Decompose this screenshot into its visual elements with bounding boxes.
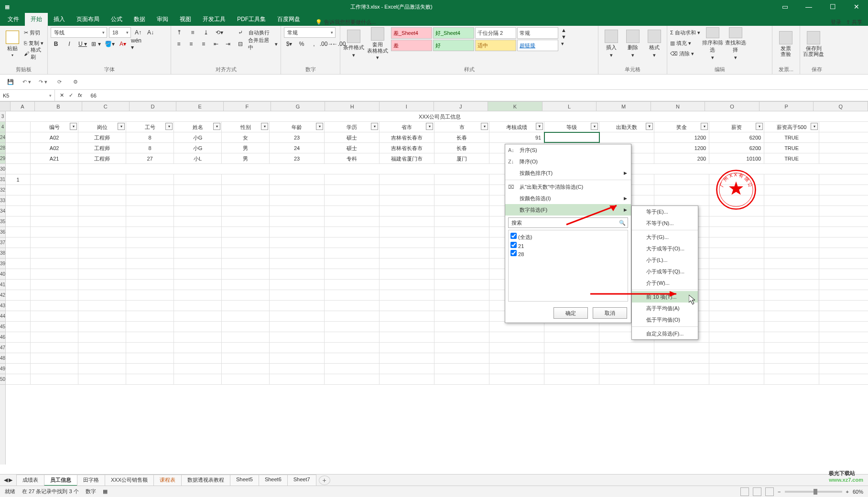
gt-item[interactable]: 大于(G)... [632,231,698,243]
row-header[interactable]: 44 [0,311,5,322]
redo-icon[interactable]: ↷ ▾ [38,77,48,87]
cell[interactable] [6,343,31,353]
sheet-tab[interactable]: 成绩表 [16,475,44,486]
align-middle-icon[interactable]: ≡ [187,27,198,38]
cell[interactable] [709,374,764,384]
cell[interactable] [325,206,380,216]
data-cell[interactable]: 23 [270,132,325,142]
table-header-cell[interactable]: 市▾ [434,122,489,132]
cell[interactable] [434,195,489,205]
cell[interactable] [6,374,31,384]
cell[interactable] [764,206,819,216]
align-bottom-icon[interactable]: ⤓ [201,27,211,38]
data-cell[interactable]: 厦门 [434,153,489,163]
row-header[interactable]: 37 [0,238,5,248]
filter-dropdown-icon[interactable]: ▼ [646,123,653,130]
cell[interactable] [819,290,868,300]
cell[interactable] [6,259,31,269]
tab-home[interactable]: 开始 [25,13,48,26]
increase-indent-icon[interactable]: ⇥ [224,39,233,49]
data-cell[interactable]: 8 [126,132,174,142]
cell[interactable] [174,216,222,227]
cell[interactable] [6,206,31,216]
cell[interactable] [819,364,868,374]
row-header[interactable]: 50 [0,374,5,385]
cell[interactable] [599,353,654,363]
cell[interactable] [325,248,380,258]
cell[interactable] [380,238,434,248]
data-cell[interactable]: 小L [174,153,222,163]
cell[interactable] [174,290,222,300]
cell[interactable] [31,164,78,174]
cell[interactable] [434,353,489,363]
cell[interactable] [78,343,126,353]
column-header[interactable]: I [380,102,434,111]
cell[interactable] [174,206,222,216]
cell[interactable] [709,301,764,311]
row-header[interactable]: 35 [0,216,5,227]
data-cell[interactable]: 工程师 [78,153,126,163]
data-cell[interactable]: 小G [174,132,222,142]
not-equal-item[interactable]: 不等于(N)... [632,217,698,229]
cell[interactable] [31,227,78,237]
cell[interactable] [819,332,868,342]
data-cell[interactable]: 吉林省长春市 [380,143,434,153]
column-header[interactable]: D [130,102,177,111]
cell[interactable] [270,332,325,342]
bold-icon[interactable]: B [51,39,61,49]
filter-dropdown-icon[interactable]: ▾ [481,123,488,130]
data-cell[interactable] [599,132,654,142]
cell[interactable] [380,322,434,332]
cell[interactable] [764,301,819,311]
cell[interactable] [6,238,31,248]
cell[interactable] [434,332,489,342]
cell[interactable] [764,322,819,332]
custom-filter-item[interactable]: 自定义筛选(F)... [632,328,698,339]
cell[interactable] [764,185,819,195]
sheet-nav-next-icon[interactable]: ▶ [9,477,12,483]
cell[interactable] [325,259,380,269]
sheet-tab[interactable]: Sheet5 [230,475,259,486]
cell[interactable] [31,195,78,205]
cell[interactable] [709,227,764,237]
cell[interactable] [764,343,819,353]
cell[interactable] [31,343,78,353]
sheet-tab[interactable]: XXX公司销售额 [105,475,154,486]
data-cell[interactable]: TRUE [764,153,819,163]
number-format-combo[interactable]: 常规 [284,27,336,38]
cell[interactable] [709,343,764,353]
page-break-icon[interactable] [765,487,774,496]
cell[interactable] [709,353,764,363]
cell[interactable] [654,185,709,195]
cell[interactable] [31,290,78,300]
filter-dropdown-icon[interactable]: ▾ [213,123,220,130]
data-cell[interactable]: 硕士 [325,132,380,142]
cell[interactable] [709,248,764,258]
table-header-cell[interactable]: 工号▾ [126,122,174,132]
cell[interactable] [325,364,380,374]
cell[interactable] [764,195,819,205]
cell[interactable] [222,248,270,258]
sheet-tab[interactable]: Sheet6 [259,475,288,486]
cell[interactable] [6,122,31,132]
cell[interactable] [78,195,126,205]
login-link[interactable]: 登录 [831,19,841,26]
name-box[interactable]: K5 [0,90,55,101]
cell[interactable] [78,216,126,227]
align-left-icon[interactable]: ≡ [174,39,184,49]
cell[interactable] [78,206,126,216]
cell[interactable] [6,248,31,258]
cell[interactable] [6,311,31,321]
cell[interactable] [174,238,222,248]
cell[interactable] [764,374,819,384]
cell[interactable] [764,311,819,321]
check-28[interactable]: 28 [510,249,626,258]
equal-item[interactable]: 等于(E)... [632,206,698,217]
cell[interactable] [270,238,325,248]
tab-baidu[interactable]: 百度网盘 [271,13,306,26]
cell[interactable] [78,269,126,279]
cell[interactable] [654,374,709,384]
minimize-icon[interactable]: — [797,0,820,13]
cell[interactable] [434,259,489,269]
cell[interactable] [325,343,380,353]
